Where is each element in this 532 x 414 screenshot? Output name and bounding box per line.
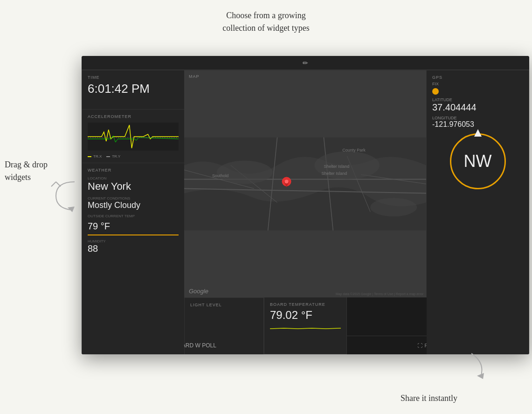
board-temp-label: BOARD TEMPERATURE [270, 302, 341, 307]
annotation-left-line2: widgets [5, 172, 31, 182]
gps-label: GPS [432, 75, 523, 80]
map-svg: County Park Southold Shelter Island Shel… [184, 70, 426, 297]
google-label: Google [189, 288, 208, 295]
svg-text:Shelter Island: Shelter Island [324, 164, 349, 169]
dashboard-frame: ✏ TIME 6:01:42 PM ACCELEROMETER [82, 56, 529, 354]
annotation-top-line1: Choose from a growing [226, 11, 305, 20]
weather-widget: WEATHER Location New York Current Condit… [82, 163, 184, 354]
time-value: 6:01:42 PM [88, 82, 179, 96]
accel-chart-icon [88, 123, 179, 151]
time-widget: TIME 6:01:42 PM [82, 70, 184, 110]
annotation-top-line2: collection of widget types [222, 23, 309, 33]
gps-lat-label: LATITUDE [432, 97, 523, 102]
gps-fix-indicator [432, 88, 439, 95]
left-column: TIME 6:01:42 PM ACCELEROMETER [82, 70, 184, 354]
weather-temp-label: Outside Current Temp [88, 214, 179, 218]
weather-location: New York [88, 180, 179, 193]
map-label: MAP [189, 74, 200, 79]
humidity-bar [88, 235, 179, 235]
board-temp-value: 79.02 °F [270, 309, 341, 322]
right-column: GPS FIX LATITUDE 37.404444 LONGITUDE -12… [427, 70, 529, 354]
share-arrow-icon [457, 349, 495, 386]
humidity-label: Humidity [88, 239, 179, 243]
compass-circle: NW [450, 133, 506, 189]
map-footer: Map data ©2015 Google | Terms of Use | R… [336, 292, 423, 296]
compass-widget: NW [432, 133, 523, 189]
compass-arrow-icon [474, 129, 482, 137]
annotation-bottom: Share it instantly [401, 392, 457, 405]
weather-label: WEATHER [88, 168, 179, 172]
accel-legend: TR.X TR.Y [88, 154, 179, 159]
top-bar: ✏ [82, 56, 529, 70]
pencil-icon[interactable]: ✏ [303, 59, 308, 67]
annotation-left: Drag & drop widgets [5, 159, 48, 184]
middle-column: MAP [184, 70, 427, 354]
svg-line-1 [56, 182, 61, 186]
svg-text:Shelter Island: Shelter Island [321, 171, 347, 176]
gps-lng-label: LONGITUDE [432, 116, 523, 120]
svg-text:Southold: Southold [212, 173, 228, 178]
compass-direction: NW [464, 152, 492, 171]
accelerometer-widget: ACCELEROMETER TR.X [82, 110, 184, 163]
board-temp-chart [270, 322, 341, 336]
svg-line-2 [51, 182, 56, 186]
svg-point-23 [285, 180, 289, 184]
drag-drop-arrow-icon [47, 177, 84, 214]
time-label: TIME [88, 75, 179, 80]
accel-label: ACCELEROMETER [88, 114, 179, 119]
annotation-top: Choose from a growing collection of widg… [222, 9, 309, 34]
annotation-bottom-text: Share it instantly [401, 393, 457, 403]
svg-marker-3 [477, 373, 484, 379]
gps-fix-label: FIX [432, 82, 523, 86]
light-label: LIGHT LEVEL [190, 303, 258, 307]
gps-lng-value: -121.976053 [432, 120, 523, 129]
map-widget: MAP [184, 70, 427, 297]
svg-point-14 [217, 161, 273, 184]
annotation-left-line1: Drag & drop [5, 160, 48, 169]
weather-conditions: Mostly Cloudy [88, 200, 179, 210]
svg-point-16 [370, 198, 417, 216]
weather-location-label: Location [88, 176, 179, 180]
gps-widget: GPS FIX LATITUDE 37.404444 LONGITUDE -12… [427, 70, 529, 354]
fullscreen-icon: ⛶ [417, 343, 422, 348]
weather-temp: 79 °F [88, 221, 179, 232]
weather-conditions-label: Current Conditions [88, 196, 179, 200]
humidity-value: 88 [88, 243, 179, 254]
gps-lat-value: 37.404444 [432, 102, 523, 113]
svg-text:County Park: County Park [342, 148, 366, 152]
